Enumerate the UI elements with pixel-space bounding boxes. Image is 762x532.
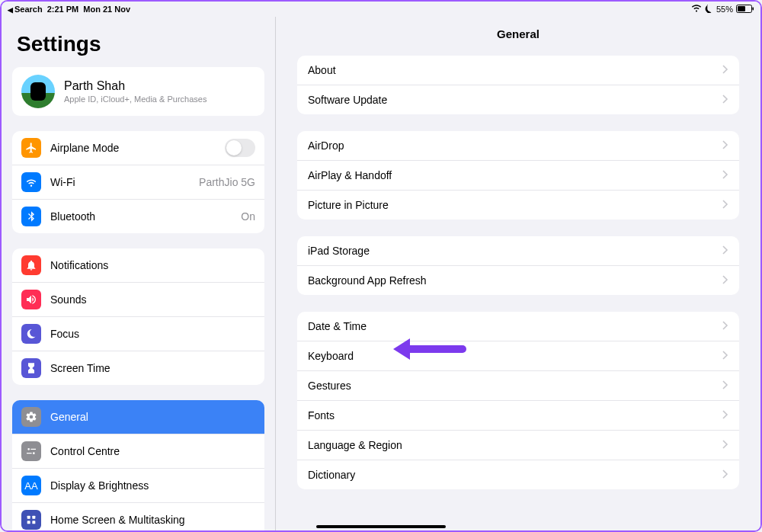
svg-rect-4 — [32, 516, 35, 519]
sidebar-item-focus[interactable]: Focus — [12, 316, 264, 351]
detail-group-input: Date & Time Keyboard Gestures Fonts Lang… — [297, 312, 739, 489]
detail-row-bg-refresh[interactable]: Background App Refresh — [297, 265, 739, 295]
chevron-right-icon — [722, 409, 728, 422]
chevron-right-icon — [722, 244, 728, 258]
sidebar-item-homescreen[interactable]: Home Screen & Multitasking — [12, 502, 264, 530]
chevron-right-icon — [722, 274, 728, 287]
chevron-right-icon — [722, 168, 728, 182]
svg-rect-1 — [738, 6, 745, 11]
connectivity-group: Airplane Mode Wi-Fi ParthJio 5G Bluetoot… — [12, 131, 264, 233]
display-icon: AA — [21, 476, 41, 495]
chevron-right-icon — [722, 319, 728, 333]
detail-row-gestures[interactable]: Gestures — [297, 370, 739, 400]
sidebar-item-control-centre[interactable]: Control Centre — [12, 434, 264, 468]
screentime-label: Screen Time — [50, 362, 110, 374]
detail-row-pip[interactable]: Picture in Picture — [297, 190, 739, 220]
wifi-label: Wi-Fi — [50, 176, 75, 188]
notifications-icon — [21, 255, 41, 275]
wifi-icon — [691, 5, 702, 14]
airplane-icon — [21, 138, 41, 158]
chevron-right-icon — [722, 438, 728, 452]
battery-icon — [736, 5, 754, 14]
status-time: 2:21 PM — [47, 5, 79, 14]
chevron-right-icon — [722, 468, 728, 482]
focus-label: Focus — [50, 328, 79, 340]
chevron-right-icon — [722, 379, 728, 393]
status-bar: Search 2:21 PM Mon 21 Nov ⏾ 55% — [2, 2, 760, 17]
general-label: General — [50, 411, 88, 423]
lock-icon: ⏾ — [705, 5, 713, 14]
sidebar-item-display[interactable]: AA Display & Brightness — [12, 468, 264, 502]
control-centre-icon — [21, 441, 41, 461]
chevron-right-icon — [722, 139, 728, 152]
wifi-value: ParthJio 5G — [199, 176, 255, 188]
detail-row-language[interactable]: Language & Region — [297, 430, 739, 460]
avatar — [21, 75, 55, 108]
bluetooth-label: Bluetooth — [50, 210, 95, 223]
detail-group-storage: iPad Storage Background App Refresh — [297, 236, 739, 295]
bluetooth-icon — [21, 207, 41, 226]
home-indicator[interactable] — [316, 525, 446, 528]
detail-pane[interactable]: General About Software Update AirDrop — [276, 17, 760, 530]
chevron-right-icon — [722, 349, 728, 363]
system-group: General Control Centre AA Display & Brig… — [12, 400, 264, 530]
detail-row-airdrop[interactable]: AirDrop — [297, 131, 739, 160]
notifications-label: Notifications — [50, 259, 108, 271]
gear-icon — [21, 407, 41, 427]
apple-id-row[interactable]: Parth Shah Apple ID, iCloud+, Media & Pu… — [12, 67, 264, 116]
chevron-right-icon — [722, 198, 728, 212]
svg-rect-3 — [27, 516, 30, 519]
wifi-settings-icon — [21, 172, 41, 192]
detail-row-date-time[interactable]: Date & Time — [297, 312, 739, 341]
profile-group: Parth Shah Apple ID, iCloud+, Media & Pu… — [12, 67, 264, 116]
battery-pct: 55% — [716, 5, 733, 14]
svg-rect-2 — [753, 7, 754, 10]
page-title: Settings — [17, 32, 264, 56]
chevron-right-icon — [722, 93, 728, 107]
sidebar-item-notifications[interactable]: Notifications — [12, 248, 264, 282]
status-back-to-app[interactable]: Search — [8, 5, 43, 14]
sounds-label: Sounds — [50, 293, 86, 306]
homescreen-label: Home Screen & Multitasking — [50, 514, 185, 526]
sidebar-item-screentime[interactable]: Screen Time — [12, 351, 264, 385]
sidebar-item-wifi[interactable]: Wi-Fi ParthJio 5G — [12, 165, 264, 199]
svg-rect-6 — [32, 521, 35, 524]
screentime-icon — [21, 358, 41, 378]
settings-sidebar[interactable]: Settings Parth Shah Apple ID, iCloud+, M… — [2, 17, 276, 530]
detail-row-airplay[interactable]: AirPlay & Handoff — [297, 160, 739, 190]
status-date: Mon 21 Nov — [83, 5, 130, 14]
detail-row-fonts[interactable]: Fonts — [297, 400, 739, 430]
focus-icon — [21, 324, 41, 344]
sidebar-item-sounds[interactable]: Sounds — [12, 282, 264, 316]
profile-name: Parth Shah — [64, 79, 207, 93]
sidebar-item-airplane[interactable]: Airplane Mode — [12, 131, 264, 165]
sidebar-item-bluetooth[interactable]: Bluetooth On — [12, 199, 264, 233]
svg-rect-5 — [27, 521, 30, 524]
chevron-right-icon — [722, 63, 728, 77]
profile-subtitle: Apple ID, iCloud+, Media & Purchases — [64, 95, 207, 104]
airplane-label: Airplane Mode — [50, 142, 119, 154]
control-centre-label: Control Centre — [50, 445, 120, 457]
sounds-icon — [21, 290, 41, 309]
detail-title: General — [276, 17, 760, 56]
detail-row-storage[interactable]: iPad Storage — [297, 236, 739, 265]
detail-row-software-update[interactable]: Software Update — [297, 85, 739, 114]
detail-group-sharing: AirDrop AirPlay & Handoff Picture in Pic… — [297, 131, 739, 220]
attention-group: Notifications Sounds Focus Screen Time — [12, 248, 264, 385]
airplane-toggle[interactable] — [225, 139, 255, 157]
bluetooth-value: On — [241, 210, 255, 223]
detail-row-keyboard[interactable]: Keyboard — [297, 341, 739, 370]
detail-group-about: About Software Update — [297, 56, 739, 114]
detail-row-dictionary[interactable]: Dictionary — [297, 460, 739, 489]
homescreen-icon — [21, 510, 41, 530]
display-label: Display & Brightness — [50, 479, 149, 492]
sidebar-item-general[interactable]: General — [12, 400, 264, 434]
detail-row-about[interactable]: About — [297, 56, 739, 85]
